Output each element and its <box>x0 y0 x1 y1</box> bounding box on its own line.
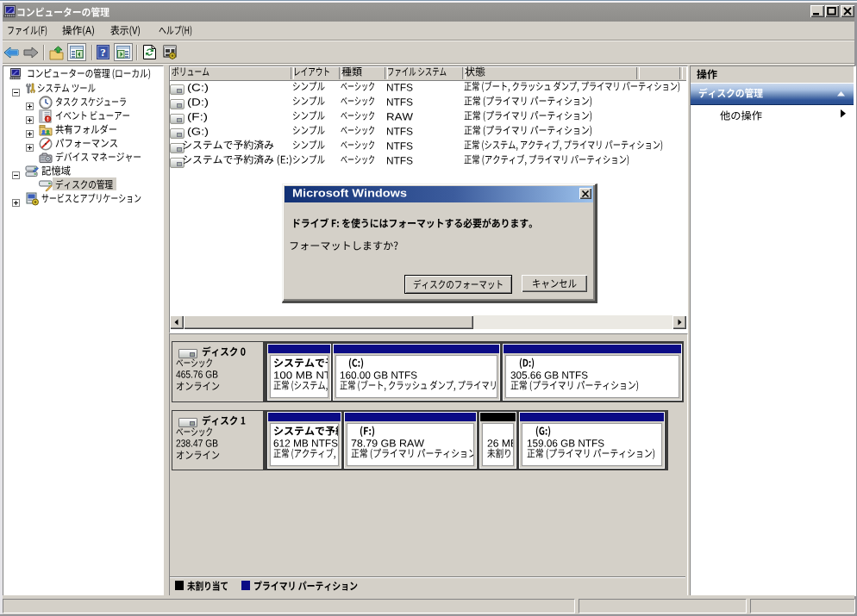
svg-text:?: ? <box>100 46 106 59</box>
